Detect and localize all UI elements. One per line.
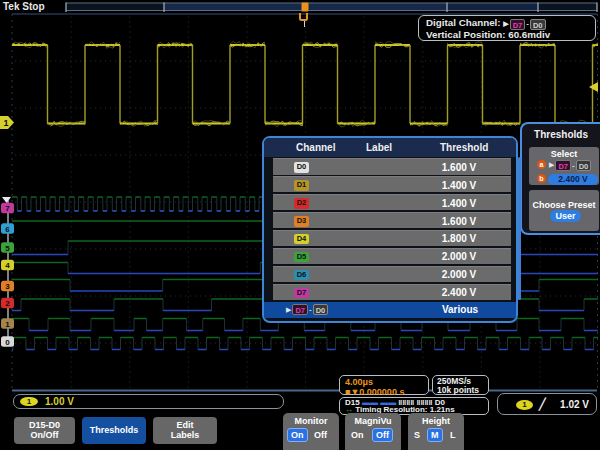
svg-text:4: 4 [5,261,10,270]
svg-text:2: 2 [5,299,10,308]
svg-text:6: 6 [5,225,10,234]
svg-text:5: 5 [5,244,10,253]
svg-text:7: 7 [5,204,10,213]
svg-text:3: 3 [5,282,10,291]
svg-text:0: 0 [5,338,10,347]
svg-text:1: 1 [5,320,10,329]
svg-text:1: 1 [3,118,8,128]
